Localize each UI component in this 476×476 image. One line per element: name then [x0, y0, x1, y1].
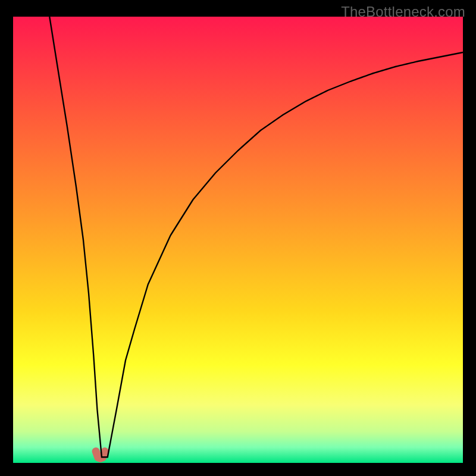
- chart-svg: [13, 17, 463, 463]
- gradient-background: [13, 17, 463, 463]
- chart-frame: TheBottleneck.com: [0, 0, 476, 476]
